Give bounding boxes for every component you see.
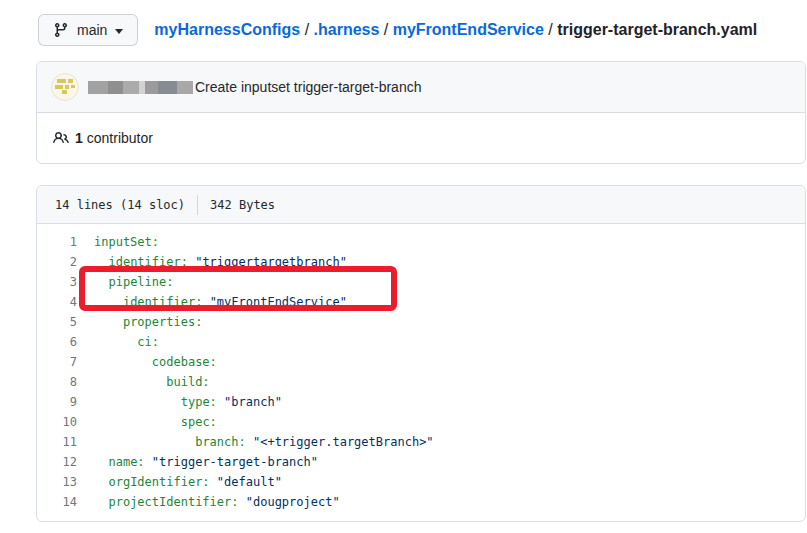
line-number[interactable]: 6 xyxy=(37,332,77,352)
redacted-username-block xyxy=(145,81,158,94)
commit-message-link[interactable]: Create inputset trigger-target-branch xyxy=(195,79,421,95)
redacted-username-block xyxy=(123,81,139,94)
redacted-username-block xyxy=(88,81,108,94)
people-icon xyxy=(53,130,75,146)
contributor-label[interactable]: contributor xyxy=(87,130,153,146)
code-line-text: type: "branch" xyxy=(94,392,282,412)
file-info-divider xyxy=(197,195,198,215)
commit-info-box: Create inputset trigger-target-branch 1 … xyxy=(36,61,806,164)
line-number[interactable]: 2 xyxy=(37,252,77,272)
code-line: 12 name: "trigger-target-branch" xyxy=(37,452,805,472)
code-line-text: build: xyxy=(94,372,210,392)
contributor-count[interactable]: 1 xyxy=(75,130,83,146)
code-line-text: pipeline: xyxy=(94,272,173,292)
redacted-username-block xyxy=(108,81,123,94)
redacted-username[interactable] xyxy=(88,81,193,94)
code-line-text: inputSet: xyxy=(94,232,159,252)
code-line: 9 type: "branch" xyxy=(37,392,805,412)
line-number[interactable]: 10 xyxy=(37,412,77,432)
breadcrumb: myHarnessConfigs / .harness / myFrontEnd… xyxy=(154,21,757,39)
code-line-text: identifier: "triggertargetbranch" xyxy=(94,252,347,272)
code-line: 2 identifier: "triggertargetbranch" xyxy=(37,252,805,272)
code-viewer: 1inputSet:2 identifier: "triggertargetbr… xyxy=(37,224,805,521)
code-line-text: identifier: "myFrontEndService" xyxy=(94,292,347,312)
chevron-down-icon xyxy=(115,29,123,34)
code-line: 4 identifier: "myFrontEndService" xyxy=(37,292,805,312)
breadcrumb-separator: / xyxy=(300,21,313,38)
code-line: 8 build: xyxy=(37,372,805,392)
code-line-text: spec: xyxy=(94,412,217,432)
code-line: 10 spec: xyxy=(37,412,805,432)
breadcrumb-link[interactable]: .harness xyxy=(314,21,380,38)
code-line: 5 properties: xyxy=(37,312,805,332)
git-branch-icon xyxy=(53,22,69,38)
line-number[interactable]: 1 xyxy=(37,232,77,252)
breadcrumb-separator: / xyxy=(379,21,392,38)
code-line-text: codebase: xyxy=(94,352,217,372)
branch-selector-button[interactable]: main xyxy=(38,14,138,46)
breadcrumb-link[interactable]: myFrontEndService xyxy=(393,21,544,38)
code-line: 6 ci: xyxy=(37,332,805,352)
line-number[interactable]: 7 xyxy=(37,352,77,372)
code-line: 3 pipeline: xyxy=(37,272,805,292)
line-number[interactable]: 12 xyxy=(37,452,77,472)
code-line-text: branch: "<+trigger.targetBranch>" xyxy=(94,432,434,452)
code-line: 14 projectIdentifier: "dougproject" xyxy=(37,492,805,512)
code-line-text: projectIdentifier: "dougproject" xyxy=(94,492,340,512)
line-number[interactable]: 9 xyxy=(37,392,77,412)
identicon-avatar[interactable] xyxy=(51,73,79,101)
breadcrumb-link[interactable]: myHarnessConfigs xyxy=(154,21,300,38)
redacted-username-block xyxy=(177,81,193,94)
line-number[interactable]: 14 xyxy=(37,492,77,512)
code-line-text: name: "trigger-target-branch" xyxy=(94,452,318,472)
line-number[interactable]: 8 xyxy=(37,372,77,392)
file-header-row: main myHarnessConfigs / .harness / myFro… xyxy=(38,14,807,46)
file-content-box: 14 lines (14 sloc) 342 Bytes 1inputSet:2… xyxy=(36,185,806,522)
code-line: 7 codebase: xyxy=(37,352,805,372)
line-number[interactable]: 4 xyxy=(37,292,77,312)
code-line-text: properties: xyxy=(94,312,202,332)
code-line-text: ci: xyxy=(94,332,159,352)
line-number[interactable]: 11 xyxy=(37,432,77,452)
branch-name-label: main xyxy=(77,22,107,38)
contributors-row: 1 contributor xyxy=(37,113,805,163)
line-number[interactable]: 5 xyxy=(37,312,77,332)
code-line: 11 branch: "<+trigger.targetBranch>" xyxy=(37,432,805,452)
line-number[interactable]: 13 xyxy=(37,472,77,492)
breadcrumb-file-name: trigger-target-branch.yaml xyxy=(557,21,757,38)
file-lines-info: 14 lines (14 sloc) xyxy=(55,198,185,212)
line-number[interactable]: 3 xyxy=(37,272,77,292)
redacted-username-block xyxy=(158,81,177,94)
code-line: 13 orgIdentifier: "default" xyxy=(37,472,805,492)
code-line-text: orgIdentifier: "default" xyxy=(94,472,282,492)
file-info-bar: 14 lines (14 sloc) 342 Bytes xyxy=(37,186,805,224)
breadcrumb-separator: / xyxy=(544,21,557,38)
code-line: 1inputSet: xyxy=(37,232,805,252)
latest-commit-row: Create inputset trigger-target-branch xyxy=(37,62,805,113)
file-size-info: 342 Bytes xyxy=(210,198,275,212)
